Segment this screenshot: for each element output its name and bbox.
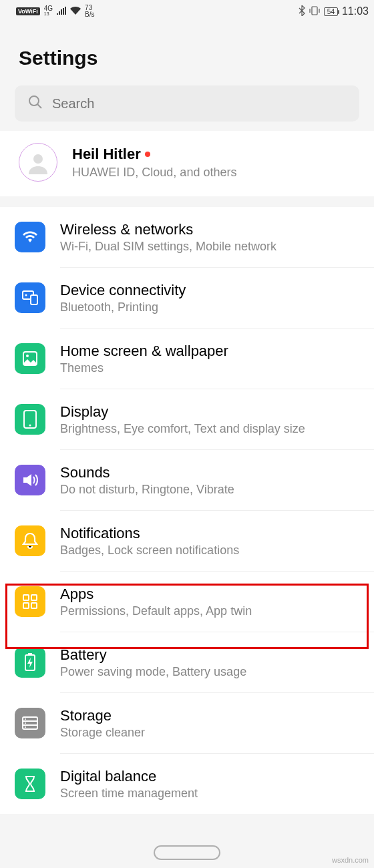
sounds-icon [15,465,45,495]
settings-item-battery[interactable]: BatteryPower saving mode, Battery usage [0,632,374,692]
item-title: Storage [60,707,367,724]
notification-dot-icon [145,152,150,157]
item-title: Apps [60,586,367,603]
item-title: Notifications [60,525,367,542]
clock: 11:03 [342,5,369,17]
notifications-icon [15,525,45,556]
settings-item-sounds[interactable]: SoundsDo not disturb, Ringtone, Vibrate [0,450,374,510]
search-input[interactable] [52,96,346,112]
svg-point-2 [33,154,43,164]
item-title: Battery [60,646,367,664]
item-subtitle: Bluetooth, Printing [60,300,367,314]
svg-rect-0 [312,7,317,15]
apps-icon [15,586,45,617]
svg-rect-11 [31,595,37,600]
item-subtitle: Permissions, Default apps, App twin [60,604,367,618]
storage-icon [15,708,45,738]
network-indicator: 4G13 [44,6,53,17]
svg-point-1 [29,96,39,105]
svg-point-5 [25,294,27,296]
item-title: Digital balance [60,768,367,785]
section-gap [0,196,374,207]
svg-rect-13 [31,603,37,608]
battery-icon [15,647,45,678]
item-title: Wireless & networks [60,221,367,238]
svg-rect-4 [31,295,37,304]
search-box[interactable] [15,85,359,122]
avatar [19,143,57,182]
item-title: Home screen & wallpaper [60,343,367,360]
settings-item-wireless-networks[interactable]: Wireless & networksWi-Fi, Dual SIM setti… [0,207,374,267]
item-subtitle: Do not disturb, Ringtone, Vibrate [60,483,367,497]
settings-item-notifications[interactable]: NotificationsBadges, Lock screen notific… [0,511,374,571]
vowifi-badge: VoWiFi [16,7,40,15]
account-subtitle: HUAWEI ID, Cloud, and others [72,166,359,180]
svg-rect-15 [28,653,32,655]
item-subtitle: Badges, Lock screen notifications [60,544,367,558]
signal-icon [57,6,66,17]
vibrate-icon [309,6,320,17]
item-title: Display [60,403,367,421]
home-wallpaper-icon [15,343,45,374]
status-bar: VoWiFi 4G13 73B/s 54 11:03 [0,0,374,23]
bluetooth-icon [299,5,305,18]
svg-rect-12 [23,603,29,608]
item-title: Device connectivity [60,282,367,299]
settings-item-device-connectivity[interactable]: Device connectivityBluetooth, Printing [0,268,374,328]
settings-item-home-screen-wallpaper[interactable]: Home screen & wallpaperThemes [0,329,374,389]
settings-item-digital-balance[interactable]: Digital balanceScreen time management [0,754,374,814]
account-name: Heil Hitler [72,146,359,163]
item-title: Sounds [60,464,367,481]
svg-rect-10 [23,595,29,600]
settings-list: Wireless & networksWi-Fi, Dual SIM setti… [0,207,374,814]
item-subtitle: Storage cleaner [60,726,367,740]
digital-balance-icon [15,769,45,799]
svg-point-20 [25,722,26,724]
svg-point-9 [29,425,31,427]
wifi-status-icon [70,6,81,17]
settings-item-storage[interactable]: StorageStorage cleaner [0,693,374,753]
nav-pill[interactable] [154,845,220,860]
item-subtitle: Brightness, Eye comfort, Text and displa… [60,422,367,436]
item-subtitle: Screen time management [60,787,367,801]
battery-indicator: 54 [324,7,338,16]
wifi-icon [15,222,45,252]
settings-item-display[interactable]: DisplayBrightness, Eye comfort, Text and… [0,389,374,449]
page-title: Settings [0,23,374,85]
display-icon [15,404,45,435]
account-row[interactable]: Heil Hitler HUAWEI ID, Cloud, and others [0,131,374,196]
search-icon [28,95,43,112]
watermark: wsxdn.com [332,856,369,864]
data-speed: 73B/s [85,5,94,18]
item-subtitle: Wi-Fi, Dual SIM settings, Mobile network [60,240,367,254]
svg-point-7 [26,355,29,357]
device-connectivity-icon [15,282,45,313]
svg-point-21 [25,726,26,728]
settings-item-apps[interactable]: AppsPermissions, Default apps, App twin [0,572,374,632]
svg-point-19 [25,718,26,720]
item-subtitle: Themes [60,361,367,375]
item-subtitle: Power saving mode, Battery usage [60,665,367,679]
